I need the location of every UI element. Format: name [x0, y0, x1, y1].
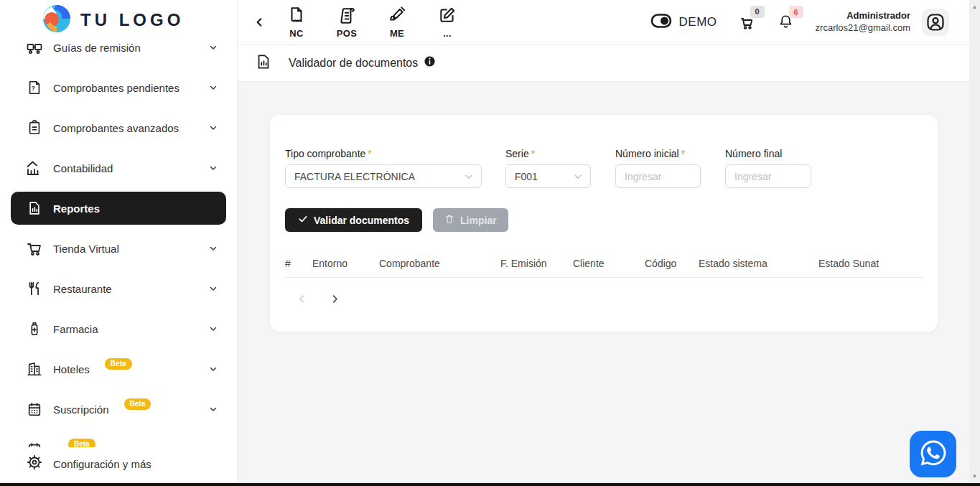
- clear-button[interactable]: Limpiar: [433, 208, 508, 232]
- chevron-down-icon: [573, 172, 583, 182]
- form-actions: Validar documentos Limpiar: [285, 208, 923, 232]
- clipboard-icon: [26, 119, 43, 136]
- column-header: Cliente: [573, 258, 645, 269]
- window-bottom-edge: [0, 483, 980, 486]
- page-subheader: Validador de documentos: [238, 45, 969, 82]
- required-marker: *: [368, 148, 371, 159]
- restaurant-icon: [26, 280, 43, 297]
- chevron-down-icon: [209, 365, 218, 373]
- shortcut-label: ME: [390, 28, 404, 39]
- sidebar-item-restaurante[interactable]: Restaurante: [11, 268, 226, 309]
- demo-label: DEMO: [679, 15, 717, 29]
- validator-card: Tipo comprobante* FACTURA ELECTRÓNICA Se…: [270, 115, 938, 332]
- calendar-icon: [26, 441, 43, 447]
- info-icon[interactable]: [424, 55, 436, 70]
- sidebar-item-label: Restaurante: [53, 283, 112, 295]
- sidebar-item-farmacia[interactable]: Farmacia: [11, 309, 226, 349]
- hotel-icon: [26, 360, 43, 378]
- cart-count-badge: 0: [750, 6, 765, 18]
- report-page-icon: [256, 54, 271, 73]
- truck-icon: [26, 39, 43, 56]
- notification-count-badge: 6: [789, 6, 803, 18]
- credit-note-icon: [287, 6, 306, 27]
- sidebar-item-label: Hoteles: [53, 363, 90, 375]
- shortcut-more[interactable]: ...: [434, 6, 460, 39]
- sidebar-item-suscripcion[interactable]: SuscripciónBeta: [11, 389, 226, 429]
- main-area: NC POS ME: [237, 0, 969, 483]
- compose-icon: [438, 6, 457, 27]
- shopping-cart-icon: [26, 240, 43, 257]
- results-table-header: # Entorno Comprobante F. Emisión Cliente…: [285, 249, 923, 278]
- clear-button-label: Limpiar: [460, 215, 497, 226]
- chevron-down-icon: [209, 405, 218, 413]
- chevron-down-icon: [209, 244, 218, 253]
- filter-form: Tipo comprobante* FACTURA ELECTRÓNICA Se…: [285, 148, 923, 188]
- sidebar-item-label: Comprobantes pendientes: [53, 82, 179, 94]
- next-page-button[interactable]: [325, 289, 344, 308]
- demo-mode-toggle[interactable]: DEMO: [650, 13, 717, 32]
- trash-icon: [444, 214, 454, 226]
- sidebar-item-partially-visible[interactable]: Beta: [11, 429, 226, 447]
- shortcut-nc[interactable]: NC: [284, 6, 309, 39]
- sidebar-item-reportes[interactable]: Reportes: [11, 192, 226, 225]
- tipo-comprobante-field: Tipo comprobante* FACTURA ELECTRÓNICA: [285, 148, 482, 188]
- analytics-icon: [26, 159, 43, 177]
- chevron-down-icon: [209, 164, 218, 172]
- required-marker: *: [531, 148, 535, 159]
- required-marker: *: [681, 148, 685, 159]
- chevron-down-icon: [464, 172, 474, 182]
- brand[interactable]: TU LOGO: [0, 0, 237, 39]
- chevron-down-icon: [209, 83, 218, 92]
- user-info[interactable]: Administrador zrcarlos21@gmail.com: [816, 10, 910, 34]
- sidebar-item-label: Suscripción: [53, 403, 109, 416]
- pagination: [285, 289, 923, 308]
- whatsapp-icon: [919, 439, 948, 470]
- shortcut-me[interactable]: ME: [384, 6, 410, 39]
- sidebar-nav: Guías de remisión ? Comprobantes pendien…: [0, 39, 237, 447]
- sidebar-item-comprobantes-avanzados[interactable]: Comprobantes avanzados: [11, 108, 226, 148]
- sidebar-item-tienda-virtual[interactable]: Tienda Virtual: [11, 228, 226, 268]
- cart-button[interactable]: 0: [739, 14, 756, 31]
- serie-select[interactable]: F001: [505, 164, 591, 188]
- sidebar-item-hoteles[interactable]: HotelesBeta: [11, 349, 226, 389]
- document-question-icon: ?: [26, 79, 43, 96]
- shortcut-label: POS: [337, 28, 357, 39]
- chevron-down-icon: [209, 123, 218, 132]
- topbar-shortcuts: NC POS ME: [284, 6, 460, 39]
- sidebar-item-label: Guías de remisión: [53, 42, 141, 54]
- shortcut-pos[interactable]: POS: [334, 6, 360, 39]
- sidebar-item-guias-de-remision[interactable]: Guías de remisión: [11, 39, 226, 67]
- validate-documents-button[interactable]: Validar documentos: [285, 208, 422, 232]
- sidebar-item-configuracion[interactable]: Configuración y más: [0, 447, 237, 480]
- calendar-icon: [26, 401, 43, 418]
- page-title: Validador de documentos: [289, 57, 418, 70]
- validate-button-label: Validar documentos: [314, 215, 409, 226]
- column-header: Entorno: [312, 258, 379, 269]
- app-root: TU LOGO Guías de remisión: [0, 0, 980, 486]
- numero-inicial-label: Número inicial*: [615, 148, 701, 159]
- numero-inicial-input[interactable]: [615, 164, 701, 188]
- column-header: Estado Sunat: [818, 258, 923, 269]
- column-header: Estado sistema: [699, 258, 818, 269]
- sidebar-item-label: Comprobantes avanzados: [53, 122, 179, 134]
- beta-badge: Beta: [124, 398, 151, 410]
- scrollbar-down-arrow[interactable]: ▼: [969, 471, 980, 482]
- beta-badge: Beta: [68, 439, 95, 447]
- topbar-right: DEMO 0 6 Administrador zrcarlos21: [650, 9, 949, 36]
- tipo-comprobante-select[interactable]: FACTURA ELECTRÓNICA: [285, 164, 482, 188]
- topbar: NC POS ME: [238, 0, 969, 45]
- numero-final-input[interactable]: [725, 164, 811, 188]
- sidebar: TU LOGO Guías de remisión: [0, 0, 237, 483]
- scrollbar-up-arrow[interactable]: ▲: [969, 1, 980, 12]
- window-scrollbar[interactable]: ▲ ▼: [969, 0, 980, 483]
- notifications-button[interactable]: 6: [778, 14, 794, 30]
- whatsapp-button[interactable]: [910, 431, 956, 477]
- back-button[interactable]: [249, 11, 271, 33]
- sidebar-item-comprobantes-pendientes[interactable]: ? Comprobantes pendientes: [11, 67, 226, 108]
- sidebar-footer-label: Configuración y más: [53, 458, 151, 470]
- avatar[interactable]: [922, 9, 949, 36]
- sidebar-item-label: Reportes: [53, 202, 100, 215]
- chevron-down-icon: [209, 43, 218, 52]
- sidebar-item-contabilidad[interactable]: Contabilidad: [11, 148, 226, 188]
- previous-page-button[interactable]: [292, 289, 311, 308]
